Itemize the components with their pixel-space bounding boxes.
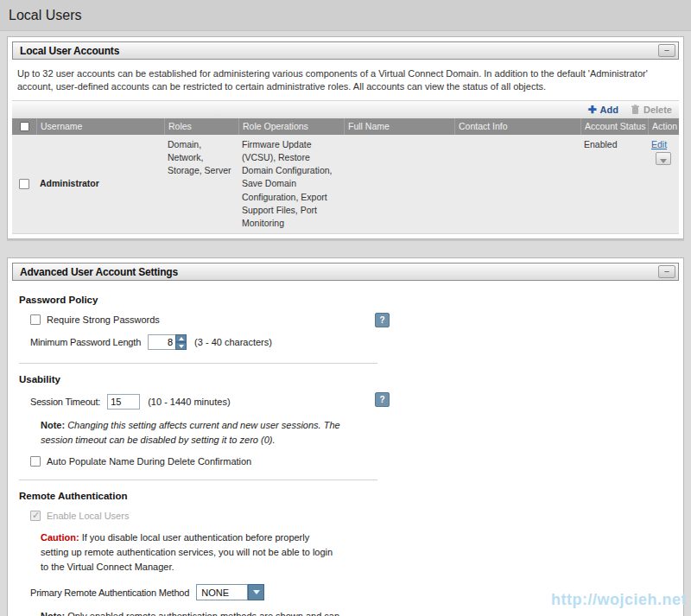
selected-value: NONE xyxy=(196,584,248,600)
page-title-bar: Local Users xyxy=(0,0,691,31)
session-timeout-input[interactable] xyxy=(107,394,140,410)
advanced-settings-header: Advanced User Account Settings − xyxy=(12,263,679,281)
session-timeout-label: Session Timeout: xyxy=(30,397,100,407)
col-roles: Roles xyxy=(164,118,238,135)
session-timeout-hint: (10 - 1440 minutes) xyxy=(148,397,230,407)
col-full-name: Full Name xyxy=(344,118,454,135)
enable-local-users-checkbox xyxy=(30,511,41,521)
row-role-operations: Firmware Update (VCSU), Restore Domain C… xyxy=(238,135,344,234)
section-divider xyxy=(19,479,377,480)
row-checkbox-cell xyxy=(12,135,36,234)
remote-auth-note: Note: Only enabled remote authentication… xyxy=(41,609,345,616)
settings-form: Password Policy Require Strong Passwords… xyxy=(12,281,679,616)
panel-description: Up to 32 user accounts can be establishe… xyxy=(17,67,674,94)
local-user-accounts-header: Local User Accounts − xyxy=(12,41,679,60)
row-full-name xyxy=(344,135,454,234)
min-password-length-stepper xyxy=(148,334,187,350)
enable-local-users-row: Enable Local Users xyxy=(30,511,679,521)
col-username: Username xyxy=(36,118,164,135)
caution-text: If you disable local user authentication… xyxy=(41,532,333,572)
plus-icon: ✚ xyxy=(588,105,597,114)
min-password-length-label: Minimum Password Length xyxy=(30,337,141,347)
delete-button-label: Delete xyxy=(643,105,672,115)
delete-button[interactable]: Delete xyxy=(631,105,672,115)
remote-auth-caution: Caution: If you disable local user authe… xyxy=(41,530,339,575)
require-strong-passwords-label-wrap: Require Strong Passwords xyxy=(30,314,160,325)
edit-link[interactable]: Edit xyxy=(651,139,667,149)
trash-icon xyxy=(631,105,640,115)
min-password-length-input[interactable] xyxy=(148,334,175,350)
enable-local-users-label: Enable Local Users xyxy=(47,511,129,521)
local-user-accounts-panel: Local User Accounts − Up to 32 user acco… xyxy=(7,36,684,239)
select-dropdown-button[interactable] xyxy=(248,584,264,600)
select-all-checkbox[interactable] xyxy=(20,122,29,131)
add-button-label: Add xyxy=(600,105,618,115)
note-text: Changing this setting affects current an… xyxy=(41,420,340,445)
min-password-length-row: Minimum Password Length (3 - 40 characte… xyxy=(30,334,679,350)
advanced-settings-panel: Advanced User Account Settings − Passwor… xyxy=(7,257,684,616)
row-action-cell: Edit xyxy=(648,135,679,234)
panel-title: Advanced User Account Settings xyxy=(20,266,178,278)
auto-populate-row: Auto Populate Name During Delete Confirm… xyxy=(30,456,679,467)
stepper-buttons xyxy=(175,334,187,350)
col-contact-info: Contact Info xyxy=(454,118,580,135)
remote-auth-heading: Remote Authentication xyxy=(19,491,679,501)
stepper-up-icon[interactable] xyxy=(175,334,187,342)
password-policy-help-button[interactable]: ? xyxy=(375,313,390,327)
col-action: Action xyxy=(648,118,679,135)
usability-help-button[interactable]: ? xyxy=(375,392,390,407)
primary-remote-auth-label: Primary Remote Authentication Method xyxy=(30,587,189,598)
session-timeout-row: Session Timeout: (10 - 1440 minutes) ? xyxy=(30,394,679,410)
auto-populate-label: Auto Populate Name During Delete Confirm… xyxy=(47,456,251,467)
table-row: Administrator Domain, Network, Storage, … xyxy=(12,135,679,235)
add-button[interactable]: ✚ Add xyxy=(588,105,618,115)
row-action-menu-button[interactable] xyxy=(656,152,671,165)
minimize-button[interactable]: − xyxy=(658,44,675,57)
password-policy-heading: Password Policy xyxy=(19,295,679,305)
watermark: http://wojcieh.net xyxy=(551,591,687,609)
enable-local-users-label-wrap: Enable Local Users xyxy=(30,511,129,521)
section-divider xyxy=(19,363,377,364)
note-text: Only enabled remote authentication metho… xyxy=(41,611,339,616)
auto-populate-checkbox[interactable] xyxy=(30,456,41,467)
usability-heading: Usability xyxy=(19,374,679,384)
min-password-length-hint: (3 - 40 characters) xyxy=(194,337,272,347)
chevron-down-icon xyxy=(660,159,667,163)
require-strong-passwords-checkbox[interactable] xyxy=(30,314,41,325)
stepper-down-icon[interactable] xyxy=(175,342,187,350)
col-role-operations: Role Operations xyxy=(238,118,344,135)
select-all-cell xyxy=(12,118,36,135)
row-contact-info xyxy=(454,135,580,234)
row-account-status: Enabled xyxy=(580,135,648,234)
require-strong-passwords-label: Require Strong Passwords xyxy=(47,314,160,325)
caution-label: Caution: xyxy=(41,532,79,543)
panel-title: Local User Accounts xyxy=(20,45,119,57)
row-username: Administrator xyxy=(40,177,99,190)
primary-remote-auth-select[interactable]: NONE xyxy=(196,584,264,600)
row-checkbox[interactable] xyxy=(19,179,29,189)
minimize-button[interactable]: − xyxy=(658,265,675,278)
require-strong-passwords-row: Require Strong Passwords ? xyxy=(30,314,679,325)
row-username-cell: Administrator xyxy=(36,135,164,234)
page-root: Local Users Local User Accounts − Up to … xyxy=(0,0,691,616)
session-timeout-note: Note: Changing this setting affects curr… xyxy=(41,418,345,447)
table-toolbar: ✚ Add Delete xyxy=(12,100,679,118)
table-header: Username Roles Role Operations Full Name… xyxy=(12,118,679,135)
col-account-status: Account Status xyxy=(580,118,648,135)
note-label: Note: xyxy=(41,420,65,430)
row-roles: Domain, Network, Storage, Server xyxy=(164,135,238,234)
auto-populate-label-wrap: Auto Populate Name During Delete Confirm… xyxy=(30,456,251,467)
note-label: Note: xyxy=(41,611,65,616)
page-title: Local Users xyxy=(9,8,81,23)
